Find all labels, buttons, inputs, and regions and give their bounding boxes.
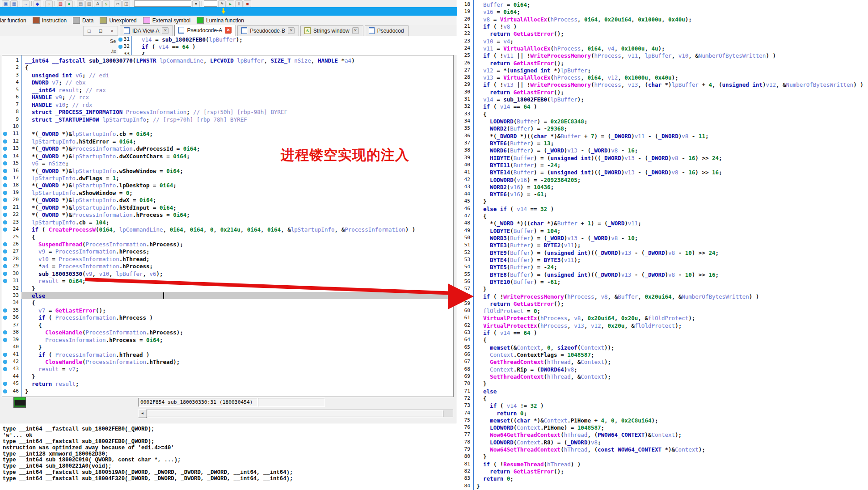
code-text[interactable]: Wow64GetThreadContext(hThread, (PWOW64_C… [476, 431, 682, 438]
code-line[interactable]: 31 v14 = sub_18002FEB0(lpBuffer); [118, 36, 457, 43]
code-line[interactable]: 61 VirtualProtectEx(hProcess, v8, 0x20ui… [457, 314, 868, 321]
code-text[interactable]: WORD2(Buffer) = -29368; [476, 125, 567, 132]
code-line[interactable]: 25 { [2, 233, 453, 241]
code-text[interactable]: if ( ProcessInformation.hThread ) [25, 351, 150, 358]
code-line[interactable]: 33 else [2, 292, 453, 299]
code-line[interactable]: 57 } [457, 285, 868, 292]
code-text[interactable]: SetThreadContext(hThread, &Context); [476, 373, 611, 380]
code-line[interactable]: 19 lpStartupInfo.wShowWindow = 0; [2, 189, 453, 196]
code-line[interactable]: 21 if ( !v8 ) [457, 23, 868, 30]
code-line[interactable]: 74 return 0; [457, 410, 868, 417]
code-text[interactable]: v10 = v4; [476, 38, 514, 45]
code-text[interactable]: { [476, 395, 487, 402]
code-line[interactable]: 32 if ( v14 == 64 ) [457, 103, 868, 110]
code-text[interactable]: ProcessInformation.hProcess = 0i64; [25, 337, 163, 343]
code-text[interactable]: *(_QWORD *)&ProcessInformation.dwProcess… [25, 145, 200, 152]
code-line[interactable]: 29 *a4 = ProcessInformation.hProcess; [2, 262, 453, 270]
code-text[interactable]: } [476, 453, 487, 460]
code-text[interactable]: else if ( v14 == 32 ) [476, 206, 554, 212]
code-line[interactable]: 34 { [2, 299, 453, 306]
toolbar-icon[interactable]: ☼ [45, 0, 53, 7]
toolbar-icon[interactable]: s [102, 0, 110, 7]
tab-close-icon[interactable]: ✕ [162, 27, 169, 34]
code-line[interactable]: 79 Wow64SetThreadContext(hThread, (const… [457, 446, 868, 453]
tab-close-icon[interactable]: ✕ [352, 27, 359, 34]
code-line[interactable]: 30 sub_180030330(v9, v10, lpBuffer, v6); [2, 270, 453, 277]
code-line[interactable]: 18 Buffer = 0i64; [457, 1, 868, 8]
window-button[interactable]: ⊡ [98, 28, 102, 34]
code-text[interactable]: if ( ProcessInformation.hProcess ) [25, 314, 153, 321]
code-text[interactable]: v11 = VirtualAllocEx(hProcess, 0i64, v4,… [476, 45, 665, 52]
toolbar-icon[interactable]: ▤ [77, 0, 84, 7]
code-text[interactable]: Context.ContextFlags = 1048587; [476, 351, 594, 358]
tab-pseudocode-a[interactable]: Pseudocode-A✕ [174, 25, 236, 36]
code-line[interactable]: 18 *(_OWORD *)&lpStartupInfo.lpDesktop =… [2, 182, 453, 189]
code-text[interactable]: Context.Rip = (DWORD64)v8; [476, 366, 577, 373]
code-text[interactable]: *(_OWORD *)&lpStartupInfo.wShowWindow = … [25, 168, 183, 174]
code-line[interactable]: 58 if ( !WriteProcessMemory(hProcess, v8… [457, 293, 868, 300]
code-text[interactable]: WORD2(v16) = 10436; [476, 184, 554, 190]
code-line[interactable]: 25 if ( !v11 || !WriteProcessMemory(hPro… [457, 52, 868, 59]
code-text[interactable]: } [476, 286, 487, 292]
code-line[interactable]: 84} [457, 482, 868, 490]
output-window[interactable]: type __int64 __fastcall sub_18002FEB0(_Q… [0, 424, 457, 490]
code-text[interactable]: *(_OWORD *)&lpStartupInfo.dwX = 0i64; [25, 197, 156, 203]
code-text[interactable]: if ( !v11 || !WriteProcessMemory(hProces… [476, 52, 776, 59]
code-text[interactable]: if ( !v13 || !WriteProcessMemory(hProces… [476, 81, 864, 88]
code-text[interactable]: } [476, 380, 487, 387]
code-line[interactable]: 9 struct _STARTUPINFOW lpStartupInfo; //… [2, 116, 453, 123]
code-line[interactable]: 39 HIBYTE(Buffer) = (unsigned int)((_DWO… [457, 154, 868, 161]
code-line[interactable]: 63 if ( v14 == 64 ) [457, 329, 868, 336]
code-line[interactable]: 54 BYTE5(Buffer) = -24; [457, 263, 868, 270]
code-line[interactable]: 66 Context.ContextFlags = 1048587; [457, 351, 868, 358]
code-line[interactable]: 28 v13 = VirtualAllocEx(hProcess, 0i64, … [457, 74, 868, 81]
code-line[interactable]: 23 v10 = v4; [457, 38, 868, 45]
code-line[interactable]: 2{ [2, 64, 453, 71]
code-text[interactable]: VirtualProtectEx(hProcess, v8, 0x20ui64,… [476, 315, 695, 321]
code-line[interactable]: 64 { [457, 336, 868, 343]
code-line[interactable]: 5 __int64 result; // rax [2, 86, 453, 93]
code-text[interactable]: LODWORD(Buffer) = 0x28EC8348; [476, 118, 587, 125]
code-line[interactable]: 33 { [457, 110, 868, 118]
code-line[interactable]: 41 BYTE14(Buffer) = (unsigned int)((_DWO… [457, 169, 868, 176]
tab-close-icon[interactable]: ✕ [225, 27, 232, 34]
code-text[interactable]: BYTE3(Buffer) = BYTE2(v11); [476, 242, 581, 249]
code-text[interactable]: } [25, 373, 35, 380]
code-line[interactable]: 83 return 0; [457, 475, 868, 482]
code-line[interactable]: 24 if ( CreateProcessW(0i64, lpCommandLi… [2, 226, 453, 233]
code-line[interactable]: 46 else if ( v14 == 32 ) [457, 205, 868, 212]
code-text[interactable]: HANDLE v9; // rcx [25, 94, 89, 101]
code-line[interactable]: 51 BYTE3(Buffer) = BYTE2(v11); [457, 241, 868, 249]
code-text[interactable]: memset((char *)&Context.P1Home + 4, 0, 0… [476, 417, 658, 424]
tab-ida-view-a[interactable]: IDA View-A✕ [120, 25, 173, 36]
code-line[interactable]: 37 { [2, 321, 453, 329]
code-text[interactable]: return 0; [476, 410, 527, 417]
code-text[interactable]: *(_DWORD *)((char *)&Buffer + 7) = (_DWO… [476, 133, 708, 139]
code-text[interactable]: *(_OWORD *)&lpStartupInfo.cb = 0i64; [25, 131, 153, 137]
code-text[interactable]: { [476, 111, 487, 118]
code-text[interactable]: lpStartupInfo.hStdError = 0i64; [25, 138, 136, 145]
right-pseudocode-panel[interactable]: 18 Buffer = 0i64;19 v16 = 0i64;20 v8 = V… [457, 0, 868, 490]
code-line[interactable]: 43 result = v7; [2, 365, 453, 372]
code-line[interactable]: 76 LODWORD(Context.P1Home) = 1048587; [457, 424, 868, 431]
code-line[interactable]: 36 if ( ProcessInformation.hProcess ) [2, 314, 453, 321]
code-line[interactable]: 53 BYTE4(Buffer) = BYTE3(v11); [457, 256, 868, 263]
tab-pseudocode-b[interactable]: Pseudocode-B✕ [237, 25, 299, 36]
code-text[interactable]: result = 0i64; [25, 278, 86, 284]
code-text[interactable]: } [476, 483, 480, 490]
pane-window-buttons[interactable]: □⊡× [83, 26, 118, 36]
hscroll-left-button[interactable]: ◄ [138, 410, 147, 418]
code-text[interactable]: return 0; [476, 475, 514, 482]
code-line[interactable]: 56 BYTE10(Buffer) = -61; [457, 278, 868, 285]
toolbar-icon[interactable]: ▦ [10, 0, 18, 7]
pseudocode-a-underlying-view[interactable]: 31 v14 = sub_18002FEB0(lpBuffer);32 if (… [118, 36, 457, 55]
code-line[interactable]: 7 HANDLE v10; // rdx [2, 101, 453, 108]
tab-bar[interactable]: IDA View-A✕Pseudocode-A✕Pseudocode-B✕sSt… [120, 25, 457, 36]
code-text[interactable]: return GetLastError(); [476, 468, 564, 475]
code-line[interactable]: 22 return GetLastError(); [457, 30, 868, 37]
code-line[interactable]: 62 VirtualProtectEx(hProcess, v13, v12, … [457, 322, 868, 329]
code-text[interactable]: BYTE8(Buffer) = (unsigned int)((_DWORD)v… [476, 271, 719, 278]
code-text[interactable]: v6 = nSize; [25, 160, 69, 167]
code-text[interactable]: v14 = sub_18002FEB0(lpBuffer); [135, 36, 243, 43]
code-text[interactable]: CloseHandle(ProcessInformation.hProcess)… [25, 329, 183, 336]
